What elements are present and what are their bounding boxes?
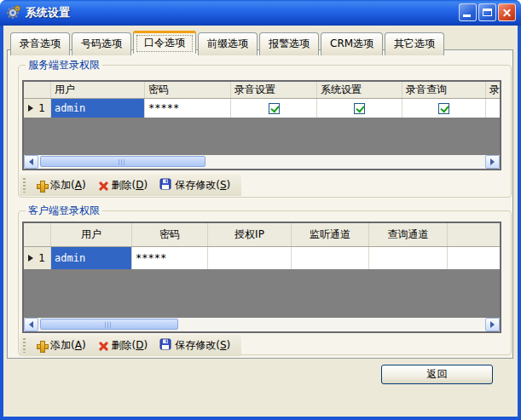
client-listen-channel-cell[interactable]	[292, 247, 369, 269]
add-plus-icon	[37, 181, 47, 191]
delete-label: 删除(D)	[112, 338, 148, 353]
scroll-left-button[interactable]	[24, 318, 38, 331]
scroll-left-icon	[29, 321, 33, 328]
gear-icon	[6, 5, 21, 20]
client-group-title: 客户端登录权限	[26, 204, 102, 218]
server-col-partial[interactable]: 录	[486, 82, 500, 98]
toolbar-grip[interactable]	[23, 178, 26, 193]
server-user-cell[interactable]: admin	[51, 99, 145, 118]
client-col-listen-channel[interactable]: 监听通道	[292, 223, 369, 246]
maximize-button[interactable]	[478, 3, 496, 21]
client-grid-empty-area	[24, 269, 500, 318]
minimize-icon	[463, 14, 471, 17]
scroll-right-icon	[490, 321, 495, 328]
row-number: 1	[38, 252, 45, 264]
add-label: 添加(A)	[50, 338, 86, 353]
tab-prefix-options[interactable]: 前缀选项	[198, 32, 258, 55]
save-label: 保存修改(S)	[175, 178, 230, 193]
system-settings-window: 系统设置 录音选项 号码选项 口令选项 前缀选项 报警选项 CRM选项 其它选项…	[0, 0, 521, 420]
row-number: 1	[38, 102, 45, 114]
client-col-selector[interactable]	[24, 223, 51, 246]
tab-number-options[interactable]: 号码选项	[72, 32, 131, 55]
row-selector[interactable]: 1	[24, 247, 51, 269]
client-col-auth-ip[interactable]: 授权IP	[208, 223, 292, 246]
save-label: 保存修改(S)	[175, 338, 230, 353]
server-permissions-grid: 用户 密码 录音设置 系统设置 录音查询 录 1 admin *****	[22, 80, 501, 170]
server-grid-toolbar: 添加(A) 删除(D)	[20, 175, 241, 196]
server-group-title: 服务端登录权限	[26, 58, 102, 72]
tab-alarm-options[interactable]: 报警选项	[259, 32, 319, 55]
window-title: 系统设置	[26, 5, 70, 20]
client-col-extra[interactable]	[448, 223, 500, 246]
server-col-record-settings[interactable]: 录音设置	[231, 82, 317, 98]
server-system-settings-cell	[317, 99, 402, 118]
client-extra-cell[interactable]	[448, 247, 500, 269]
server-grid-header-row: 用户 密码 录音设置 系统设置 录音查询 录	[24, 82, 500, 99]
server-col-password[interactable]: 密码	[145, 82, 231, 98]
minimize-button[interactable]	[459, 3, 477, 21]
client-login-group: 客户端登录权限 用户 密码 授权IP 监听通道 查询通道	[18, 210, 512, 355]
system-settings-checkbox[interactable]	[354, 103, 365, 114]
tab-password-options[interactable]: 口令选项	[133, 31, 196, 54]
save-floppy-icon	[159, 338, 171, 353]
scroll-right-button[interactable]	[485, 155, 500, 169]
client-permissions-grid: 用户 密码 授权IP 监听通道 查询通道 1 admin *****	[22, 222, 501, 333]
client-grid-row-1: 1 admin *****	[24, 247, 500, 269]
save-floppy-icon	[159, 178, 171, 193]
tab-strip: 录音选项 号码选项 口令选项 前缀选项 报警选项 CRM选项 其它选项	[10, 32, 444, 55]
save-changes-button[interactable]: 保存修改(S)	[155, 337, 234, 354]
client-auth-ip-cell[interactable]	[208, 247, 292, 269]
server-record-settings-cell	[231, 99, 317, 118]
delete-x-icon	[98, 181, 108, 191]
server-col-system-settings[interactable]: 系统设置	[317, 82, 402, 98]
client-user-cell[interactable]: admin	[51, 247, 132, 269]
scroll-right-button[interactable]	[485, 318, 500, 331]
server-col-user[interactable]: 用户	[51, 82, 145, 98]
server-col-record-query[interactable]: 录音查询	[402, 82, 486, 98]
server-grid-row-1: 1 admin *****	[24, 99, 500, 118]
server-grid-hscrollbar[interactable]	[24, 155, 500, 169]
scrollbar-thumb[interactable]	[40, 156, 206, 167]
add-button[interactable]: 添加(A)	[32, 176, 90, 194]
delete-x-icon	[98, 341, 108, 351]
add-label: 添加(A)	[50, 178, 86, 193]
client-grid-toolbar: 添加(A) 删除(D)	[20, 335, 241, 356]
scroll-left-button[interactable]	[24, 155, 38, 169]
client-query-channel-cell[interactable]	[369, 247, 448, 269]
save-changes-button[interactable]: 保存修改(S)	[155, 176, 234, 194]
tab-recording-options[interactable]: 录音选项	[10, 32, 70, 55]
current-row-icon	[28, 255, 33, 262]
record-settings-checkbox[interactable]	[269, 103, 280, 114]
tab-crm-options[interactable]: CRM选项	[321, 32, 383, 55]
close-button[interactable]	[498, 3, 516, 21]
dialog-client-area: 录音选项 号码选项 口令选项 前缀选项 报警选项 CRM选项 其它选项 服务端登…	[3, 26, 518, 417]
titlebar[interactable]: 系统设置	[0, 0, 521, 26]
client-password-cell[interactable]: *****	[132, 247, 208, 269]
delete-button[interactable]: 删除(D)	[94, 337, 153, 354]
toolbar-grip[interactable]	[23, 338, 26, 353]
current-row-icon	[28, 105, 33, 112]
add-button[interactable]: 添加(A)	[32, 337, 90, 354]
server-col-selector[interactable]	[24, 82, 51, 98]
server-grid-empty-area	[24, 118, 500, 155]
client-grid-header-row: 用户 密码 授权IP 监听通道 查询通道	[24, 223, 500, 247]
scroll-right-icon	[490, 158, 495, 165]
server-login-group: 服务端登录权限 用户 密码 录音设置 系统设置 录音查询 录	[18, 65, 512, 198]
server-password-cell[interactable]: *****	[145, 99, 231, 118]
scroll-left-icon	[29, 158, 33, 165]
add-plus-icon	[37, 341, 47, 351]
server-partial-cell[interactable]	[486, 99, 500, 118]
return-button[interactable]: 返回	[381, 365, 493, 384]
server-record-query-cell	[402, 99, 486, 118]
scrollbar-thumb[interactable]	[40, 319, 178, 330]
client-grid-hscrollbar[interactable]	[24, 318, 500, 331]
client-col-password[interactable]: 密码	[132, 223, 208, 246]
client-col-user[interactable]: 用户	[51, 223, 132, 246]
maximize-icon	[483, 9, 492, 16]
delete-label: 删除(D)	[112, 178, 148, 193]
delete-button[interactable]: 删除(D)	[94, 176, 153, 194]
tab-other-options[interactable]: 其它选项	[385, 32, 444, 55]
row-selector[interactable]: 1	[24, 99, 51, 118]
client-col-query-channel[interactable]: 查询通道	[369, 223, 448, 246]
record-query-checkbox[interactable]	[438, 103, 449, 114]
